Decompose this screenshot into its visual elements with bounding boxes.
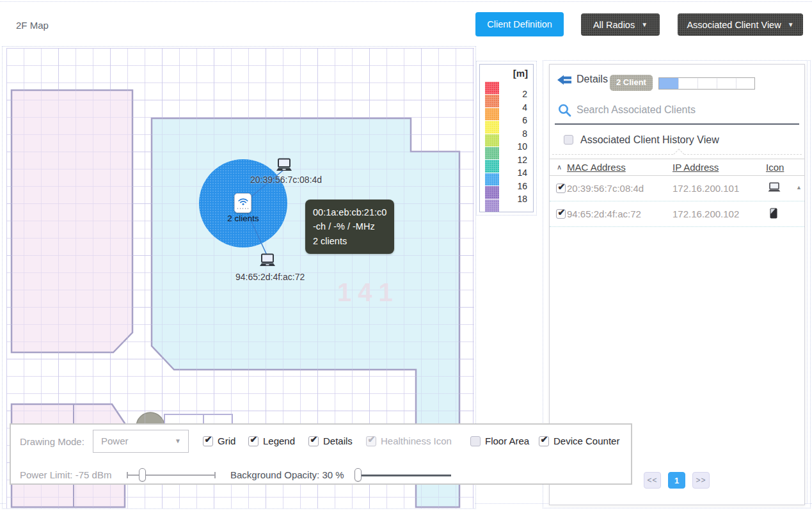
all-radios-dropdown[interactable]: All Radios ▼ [581, 13, 660, 36]
legend-label: Legend [263, 436, 295, 446]
legend-option[interactable]: Legend [248, 436, 295, 446]
legend-swatches [485, 82, 499, 212]
drawing-mode-value: Power [101, 436, 129, 446]
grid-checkbox[interactable] [203, 436, 213, 446]
capacity-progress-bar [658, 77, 755, 90]
legend-tick: 6 [508, 115, 527, 125]
legend-tick: 14 [508, 168, 527, 178]
access-point-icon[interactable] [234, 193, 251, 213]
grid-label: Grid [218, 436, 235, 446]
legend-swatch [485, 82, 499, 94]
client-count-badge: 2 Client [610, 75, 653, 91]
scroll-up-icon[interactable]: ▲ [796, 184, 802, 191]
device-counter-option[interactable]: Device Counter [539, 436, 619, 446]
details-checkbox[interactable] [308, 436, 319, 446]
chevron-down-icon: ▼ [788, 21, 794, 28]
laptop-icon [767, 182, 781, 192]
legend-swatch [485, 134, 499, 146]
floor-area-checkbox[interactable] [470, 436, 481, 446]
top-dotted-edge [0, 1, 812, 2]
wifi-icon [237, 197, 249, 205]
ap-led-dots [237, 208, 249, 209]
page-title: 2F Map [16, 20, 49, 31]
details-heading: Details [577, 74, 608, 85]
associated-client-view-dropdown[interactable]: Associated Client View ▼ [678, 13, 803, 36]
legend-tick: 2 [508, 89, 527, 99]
back-button[interactable] [557, 74, 573, 86]
grid-option[interactable]: Grid [203, 436, 235, 446]
floor-area-label: Floor Area [485, 436, 529, 446]
search-icon [558, 104, 571, 117]
power-limit-slider[interactable] [127, 475, 215, 476]
client2-mac-label: 94:65:2d:4f:ac:72 [235, 272, 305, 282]
floor-area-option[interactable]: Floor Area [470, 436, 529, 446]
column-header-icon[interactable]: Icon [766, 162, 784, 173]
client-table-header: ∧ MAC Address IP Address Icon [550, 159, 804, 176]
pagination-current-page[interactable]: 1 [668, 472, 685, 489]
search-underline [555, 123, 799, 125]
row-checkbox[interactable] [556, 209, 566, 219]
sort-ascending-icon: ∧ [557, 163, 562, 171]
legend-swatch [485, 160, 499, 172]
chevron-down-icon: ▼ [175, 437, 181, 444]
pagination-first-button[interactable]: << [644, 472, 661, 489]
drawing-mode-label: Drawing Mode: [20, 436, 84, 447]
search-input[interactable] [577, 104, 788, 116]
tooltip-channel: -ch / -% / -MHz [313, 219, 386, 233]
progress-fill [659, 78, 678, 89]
row-mac: 94:65:2d:4f:ac:72 [567, 208, 641, 219]
back-arrow-icon [557, 74, 573, 86]
device-counter-checkbox[interactable] [539, 436, 549, 446]
legend-tick: 16 [508, 181, 527, 191]
legend-tick: 18 [508, 194, 527, 204]
table-row[interactable]: 94:65:2d:4f:ac:72 172.16.200.102 [550, 201, 804, 227]
legend-swatch [485, 147, 499, 159]
room-number-label: 141 [337, 278, 399, 307]
device-counter-label: Device Counter [553, 436, 619, 446]
background-opacity-slider-thumb[interactable] [354, 468, 362, 482]
row-mac: 20:39:56:7c:08:4d [567, 183, 644, 194]
tooltip-clients: 2 clients [313, 234, 386, 248]
client1-mac-label: 20:39:56:7c:08:4d [250, 175, 322, 185]
legend-swatch [485, 95, 499, 107]
chevron-down-icon: ▼ [641, 21, 648, 28]
history-view-label: Associated Client History View [580, 134, 719, 146]
tooltip-mac: 00:1a:eb:cb:21:c0 [313, 205, 386, 219]
details-label: Details [323, 436, 353, 446]
associated-client-view-label: Associated Client View [687, 20, 781, 30]
legend-unit-label: [m] [513, 68, 528, 79]
divider-notch [674, 149, 685, 160]
distance-legend: [m] 2 4 6 8 10 12 14 16 18 [479, 64, 534, 212]
details-option[interactable]: Details [308, 436, 353, 446]
ap-tooltip: 00:1a:eb:cb:21:c0 -ch / -% / -MHz 2 clie… [305, 200, 394, 254]
drawing-mode-select[interactable]: Power ▼ [93, 430, 189, 453]
legend-tick: 10 [508, 141, 527, 152]
power-limit-label: Power Limit: -75 dBm [20, 469, 111, 480]
legend-checkbox[interactable] [248, 436, 259, 446]
row-checkbox[interactable] [556, 184, 566, 193]
client2-laptop-icon[interactable] [258, 253, 277, 267]
legend-tick: 4 [508, 102, 527, 113]
background-opacity-slider[interactable] [362, 475, 451, 476]
table-row[interactable]: 20:39:56:7c:08:4d 172.16.200.101 [550, 176, 804, 201]
healthiness-checkbox [366, 436, 376, 446]
client-definition-button[interactable]: Client Definition [475, 12, 564, 36]
app-window: 2F Map Client Definition All Radios ▼ As… [0, 0, 812, 518]
power-limit-slider-thumb[interactable] [139, 468, 146, 482]
history-view-checkbox[interactable] [564, 135, 573, 145]
pagination-last-button[interactable]: >> [692, 472, 710, 489]
phone-icon [770, 208, 777, 219]
right-dotted-edge [807, 61, 808, 503]
row-ip: 172.16.200.102 [673, 208, 739, 219]
map-options-toolbar: Drawing Mode: Power ▼ Grid Legend Detail… [10, 423, 632, 485]
legend-swatch [485, 108, 499, 120]
legend-tick: 8 [508, 129, 527, 139]
background-opacity-label: Background Opacity: 30 % [230, 469, 344, 480]
all-radios-label: All Radios [593, 20, 635, 30]
healthiness-icon-option: Healthiness Icon [366, 436, 452, 446]
column-header-mac[interactable]: MAC Address [567, 162, 626, 173]
room-pink-upper [12, 90, 132, 352]
column-header-ip[interactable]: IP Address [673, 162, 719, 173]
legend-swatch [485, 200, 499, 212]
client1-laptop-icon[interactable] [275, 158, 294, 172]
